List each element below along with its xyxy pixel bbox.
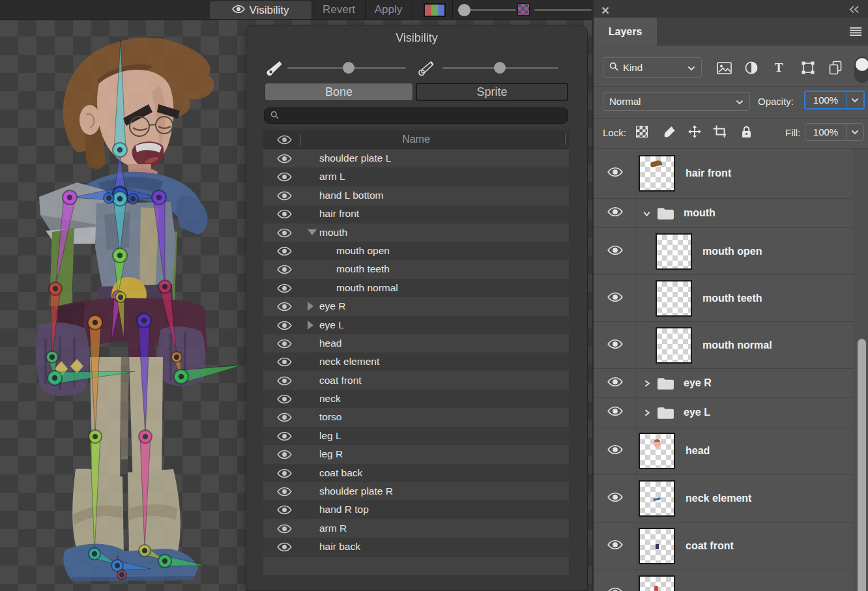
layer-group-row[interactable]: eye L [594, 398, 853, 427]
bone-opacity-handle[interactable] [343, 62, 354, 74]
visibility-eye-toggle[interactable] [277, 283, 292, 296]
visibility-eye-toggle[interactable] [277, 228, 292, 240]
chevron-down-icon[interactable] [846, 124, 863, 140]
filter-shape-layers-icon[interactable] [800, 59, 817, 76]
bone-visibility-row[interactable]: mouth [263, 223, 569, 242]
visibility-eye-toggle[interactable] [277, 246, 292, 259]
group-expander-icon[interactable] [643, 409, 652, 417]
layer-visibility-toggle[interactable] [607, 587, 623, 591]
visibility-eye-toggle[interactable] [277, 209, 292, 222]
layer-visibility-toggle[interactable] [607, 167, 623, 180]
revert-button[interactable]: Revert [314, 0, 364, 20]
bone-visibility-row[interactable]: eye L [263, 316, 569, 334]
bone-visibility-row[interactable]: hair front [263, 205, 569, 223]
layer-visibility-toggle[interactable] [607, 540, 623, 553]
empty-list-row[interactable] [263, 557, 569, 575]
filter-kind-dropdown[interactable]: Kind [603, 57, 702, 78]
tab-bone[interactable]: Bone [265, 83, 413, 101]
visibility-eye-toggle[interactable] [277, 431, 292, 444]
visibility-eye-toggle[interactable] [277, 357, 292, 369]
layer-thumbnail[interactable] [639, 433, 675, 469]
bone-visibility-row[interactable]: arm R [263, 519, 569, 538]
layer-thumbnail[interactable] [656, 280, 692, 317]
bone-visibility-row[interactable]: neck [263, 390, 569, 408]
group-expander-icon[interactable] [643, 209, 652, 218]
filtering-toggle[interactable] [854, 57, 868, 83]
tab-layers[interactable]: Layers [594, 18, 657, 46]
lock-image-pixels-icon[interactable] [661, 124, 677, 139]
visibility-eye-toggle[interactable] [277, 191, 292, 203]
lock-artboard-icon[interactable] [712, 124, 727, 139]
search-input[interactable] [283, 111, 568, 121]
group-expander-icon[interactable] [643, 379, 652, 388]
visibility-eye-toggle[interactable] [277, 487, 292, 499]
expander-icon[interactable] [308, 229, 317, 235]
layer-row[interactable]: head [594, 427, 853, 475]
panel-menu-icon[interactable] [849, 27, 862, 39]
layer-group-row[interactable]: mouth [594, 199, 853, 228]
layer-thumbnail[interactable] [656, 327, 692, 364]
visibility-eye-toggle[interactable] [277, 339, 292, 351]
close-icon[interactable] [601, 5, 609, 17]
layer-visibility-toggle[interactable] [607, 207, 623, 220]
bone-visibility-row[interactable]: mouth normal [263, 279, 569, 297]
layer-thumbnail[interactable] [639, 480, 675, 517]
chevron-down-icon[interactable] [846, 92, 863, 108]
layer-visibility-toggle[interactable] [607, 492, 623, 505]
bone-visibility-row[interactable]: coat front [263, 371, 569, 390]
visibility-eye-toggle[interactable] [277, 542, 292, 555]
layer-visibility-toggle[interactable] [607, 292, 623, 305]
blend-mode-dropdown[interactable]: Normal [603, 92, 750, 111]
tab-sprite[interactable]: Sprite [416, 83, 568, 101]
toolbar-sprite-opacity-handle[interactable] [517, 3, 530, 16]
layer-visibility-toggle[interactable] [607, 406, 623, 419]
bone-visibility-row[interactable]: neck element [263, 353, 569, 371]
opacity-value[interactable]: 100% [805, 92, 846, 108]
collapse-panel-icon[interactable] [848, 5, 860, 16]
layer-visibility-toggle[interactable] [607, 444, 623, 457]
bone-visibility-row[interactable]: mouth teeth [263, 260, 569, 278]
sprite-opacity-handle[interactable] [494, 62, 506, 74]
expander-icon[interactable] [308, 321, 313, 330]
visibility-eye-toggle[interactable] [277, 321, 292, 333]
layer-row[interactable]: mouth teeth [594, 275, 853, 322]
layer-row[interactable]: mouth normal [594, 322, 853, 369]
bone-visibility-row[interactable]: arm L [263, 167, 569, 186]
visibility-eye-toggle[interactable] [277, 154, 292, 166]
column-divider[interactable] [565, 134, 566, 145]
lock-position-icon[interactable] [687, 124, 702, 139]
lock-all-icon[interactable] [738, 124, 754, 139]
visibility-eye-toggle[interactable] [277, 394, 292, 407]
layer-row[interactable] [594, 570, 853, 591]
layer-row[interactable]: hair front [594, 149, 853, 199]
filter-adjustment-layers-icon[interactable] [743, 59, 760, 76]
bone-visibility-row[interactable]: head [263, 334, 569, 353]
visibility-eye-toggle[interactable] [277, 505, 292, 517]
layer-row[interactable]: mouth open [594, 228, 853, 275]
visibility-eye-toggle[interactable] [277, 265, 292, 277]
bone-visibility-row[interactable]: hand L bottom [263, 186, 569, 205]
bone-visibility-row[interactable]: mouth open [263, 242, 569, 260]
visibility-eye-toggle[interactable] [277, 302, 292, 314]
bone-visibility-row[interactable]: hand R top [263, 500, 569, 519]
visibility-eye-toggle[interactable] [277, 412, 292, 425]
layer-thumbnail[interactable] [656, 233, 692, 270]
bone-color-swatch[interactable] [424, 3, 446, 17]
layer-group-row[interactable]: eye R [594, 369, 853, 398]
lock-transparent-pixels-icon[interactable] [634, 124, 650, 139]
bone-visibility-row[interactable]: leg R [263, 445, 569, 463]
visibility-eye-toggle[interactable] [277, 468, 292, 481]
layer-row[interactable]: coat front [594, 523, 853, 570]
bone-visibility-row[interactable]: leg L [263, 427, 569, 445]
filter-pixel-layers-icon[interactable] [716, 59, 732, 76]
visibility-toggle-button[interactable]: Visibility [210, 1, 311, 19]
toolbar-sprite-opacity-slider[interactable] [534, 9, 592, 11]
visibility-eye-toggle[interactable] [277, 450, 292, 462]
layer-thumbnail[interactable] [639, 528, 675, 564]
search-field[interactable] [264, 108, 568, 124]
bone-visibility-row[interactable]: shoulder plate R [263, 482, 569, 500]
visibility-eye-toggle[interactable] [277, 524, 292, 536]
bone-visibility-row[interactable]: shoulder plate L [263, 149, 569, 167]
filter-smart-objects-icon[interactable] [827, 59, 844, 76]
opacity-input[interactable]: 100% [804, 91, 865, 109]
